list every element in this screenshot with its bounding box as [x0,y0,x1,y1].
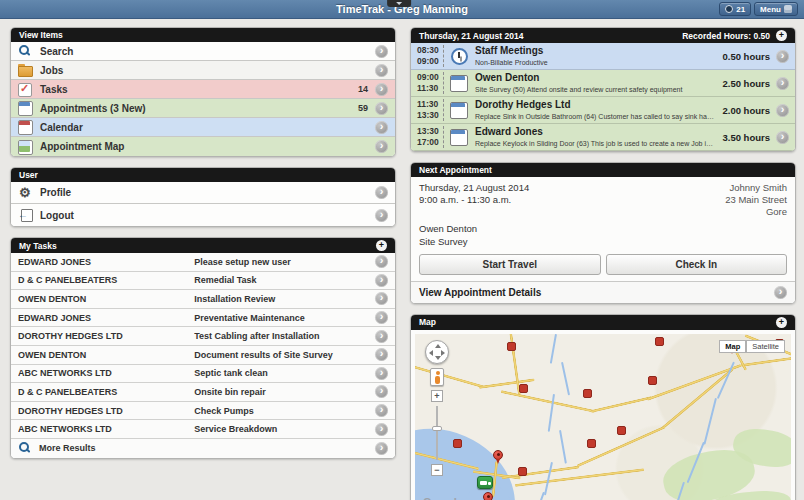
contact-address: 23 Main Street [725,194,787,206]
task-row[interactable]: ABC NETWORKS LTD Service Breakdown [11,420,395,439]
chevron-right-icon[interactable] [375,45,388,58]
chevron-right-icon[interactable] [776,50,789,63]
time-range: 09:00 11:30 [417,72,444,94]
task-customer: EDWARD JONES [18,257,188,267]
chevron-right-icon[interactable] [375,442,388,455]
chevron-right-icon[interactable] [375,64,388,77]
task-row[interactable]: OWEN DENTON Document results of Site Sur… [11,346,395,365]
chevron-right-icon[interactable] [375,292,388,305]
view-item-label: Appointments (3 New) [40,103,146,114]
road-segment [647,364,742,401]
cal-lg [450,75,469,92]
task-description: Check Pumps [194,406,369,416]
map-canvas[interactable]: + − Map Satellite Google Map data ©2014 … [415,334,791,500]
task-row[interactable]: EDWARD JONES Please setup new user [11,253,395,272]
day-header: Thursday, 21 August 2014 Recorded Hours:… [411,28,795,43]
view-item[interactable]: Jobs [11,61,395,80]
entry-hours: 0.50 hours [722,51,770,62]
task-row[interactable]: DOROTHY HEDGES LTD Test Cabling after In… [11,327,395,346]
entry-text: Dorothy Hedges Ltd Replace Sink in Outsi… [475,99,716,121]
map-type-satellite-button[interactable]: Satellite [746,340,785,353]
map-pan-control[interactable] [425,340,449,364]
task-row[interactable]: EDWARD JONES Preventative Maintenance [11,309,395,328]
timer-count: 21 [736,5,745,14]
chevron-right-icon[interactable] [375,209,388,222]
chevron-right-icon[interactable] [375,385,388,398]
vehicle-marker-icon[interactable] [477,476,493,489]
start-travel-button[interactable]: Start Travel [419,254,601,275]
view-item-count: 59 [358,103,368,113]
chevron-right-icon[interactable] [375,186,388,199]
calendar-icon [18,120,33,134]
tasks-icon [18,82,33,96]
chevron-right-icon[interactable] [375,404,388,417]
appointment-row[interactable]: 09:00 11:30 Owen Denton Site Survey (50)… [411,70,795,97]
task-description: Preventative Maintenance [194,313,369,323]
view-item[interactable]: Tasks 14 [11,80,395,99]
chevron-right-icon[interactable] [375,330,388,343]
map-pin-icon[interactable] [483,492,493,500]
highway-shield [648,376,657,385]
task-row[interactable]: OWEN DENTON Installation Review [11,290,395,309]
menu-button[interactable]: Menu [754,2,798,16]
chevron-right-icon[interactable] [375,274,388,287]
pegman-icon[interactable] [430,368,444,386]
pull-down-handle[interactable] [387,0,411,7]
view-item[interactable]: Appointment Map [11,137,395,156]
chevron-right-icon[interactable] [375,140,388,153]
task-row[interactable]: D & C PANELBEATERS Remedial Task [11,272,395,291]
check-in-button[interactable]: Check In [606,254,788,275]
zoom-in-button[interactable]: + [431,390,443,402]
user-item[interactable]: Profile [11,182,395,204]
expand-map-button[interactable] [776,317,787,328]
contact-city: Gore [725,206,787,218]
map-type-map-button[interactable]: Map [719,340,746,353]
zoom-out-button[interactable]: − [431,464,443,476]
more-results-row[interactable]: More Results [11,439,395,458]
chevron-right-icon[interactable] [375,83,388,96]
view-item[interactable]: Calendar [11,118,395,137]
task-description: Onsite bin repair [194,387,369,397]
chevron-right-icon[interactable] [375,311,388,324]
chevron-right-icon[interactable] [776,77,789,90]
highway-shield [655,337,664,346]
more-results-label: More Results [39,443,96,453]
task-row[interactable]: D & C PANELBEATERS Onsite bin repair [11,383,395,402]
appointment-row[interactable]: 08:30 09:00 Staff Meetings Non-Billable … [411,43,795,70]
task-row[interactable]: ABC NETWORKS LTD Septic tank clean [11,365,395,384]
zoom-slider-handle[interactable] [432,426,442,431]
map-pin-icon[interactable] [493,450,503,460]
chevron-right-icon[interactable] [776,104,789,117]
map-icon [18,140,33,154]
appointment-contact: Johnny Smith 23 Main Street Gore [725,182,787,218]
road-segment [591,396,652,412]
view-item-label: Jobs [40,65,63,76]
chevron-right-icon[interactable] [375,255,388,268]
map-panel: Map [410,314,796,500]
view-appointment-details[interactable]: View Appointment Details [411,281,795,303]
add-task-button[interactable] [376,240,387,251]
appointment-row[interactable]: 11:30 13:30 Dorothy Hedges Ltd Replace S… [411,97,795,124]
chevron-right-icon[interactable] [774,286,787,299]
chevron-right-icon[interactable] [375,367,388,380]
task-description: Please setup new user [194,257,369,267]
chevron-right-icon[interactable] [375,348,388,361]
chevron-right-icon[interactable] [776,131,789,144]
task-customer: EDWARD JONES [18,313,188,323]
user-item[interactable]: Logout [11,204,395,226]
view-item[interactable]: Appointments (3 New) 59 [11,99,395,118]
view-item-label: Appointment Map [40,141,124,152]
zoom-slider[interactable] [436,406,438,460]
task-customer: DOROTHY HEDGES LTD [18,406,188,416]
user-panel: User Profile Logout [10,167,396,227]
chevron-right-icon[interactable] [375,121,388,134]
timer-count-button[interactable]: 21 [719,2,751,16]
appointment-row[interactable]: 13:30 17:00 Edward Jones Replace Keylock… [411,124,795,151]
chevron-right-icon[interactable] [375,423,388,436]
add-entry-button[interactable] [776,30,787,41]
task-customer: DOROTHY HEDGES LTD [18,331,188,341]
task-customer: OWEN DENTON [18,294,188,304]
task-row[interactable]: DOROTHY HEDGES LTD Check Pumps [11,402,395,421]
view-item[interactable]: Search [11,42,395,61]
chevron-right-icon[interactable] [375,102,388,115]
